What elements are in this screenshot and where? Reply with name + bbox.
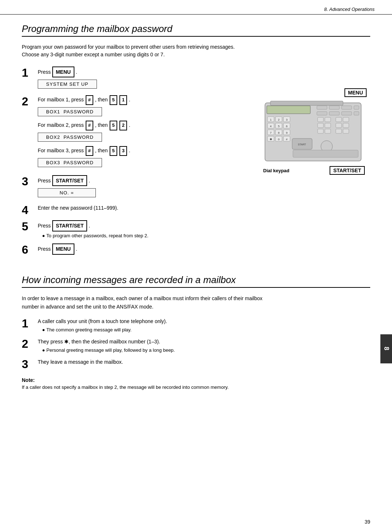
svg-text:3: 3	[286, 118, 288, 121]
svg-rect-6	[354, 106, 359, 109]
svg-rect-38	[325, 123, 331, 128]
step-1-number: 1	[22, 66, 38, 79]
step-6-content: Press MENU .	[38, 243, 247, 255]
key-3-1: 3	[119, 146, 127, 156]
svg-rect-42	[343, 117, 349, 122]
svg-rect-46	[343, 129, 349, 133]
box2-display: BOX2 PASSWORD	[38, 133, 102, 142]
step-6: 6 Press MENU .	[22, 243, 247, 256]
svg-text:9: 9	[286, 131, 288, 134]
section2: How incoming messages are recorded in a …	[22, 274, 370, 391]
svg-rect-43	[336, 123, 342, 128]
svg-text:✱: ✱	[270, 138, 272, 141]
box3-display: BOX3 PASSWORD	[38, 158, 102, 167]
step-6-number: 6	[22, 243, 38, 256]
note-section: Note: If a caller does not specify a mai…	[22, 377, 370, 391]
step-5-number: 5	[22, 220, 38, 233]
svg-rect-4	[329, 106, 339, 109]
step-2: 2 For mailbox 1, press # , then 5 1 . BO…	[22, 95, 247, 171]
svg-text:5: 5	[278, 125, 280, 128]
startset-label-diagram: START/SET	[330, 166, 365, 175]
device-labels: Dial keypad START/SET	[263, 166, 365, 175]
section2-step-1: 1 A caller calls your unit (from a touch…	[22, 317, 370, 334]
step-2-mailbox2: For mailbox 2, press # , then 5 2 . BOX2…	[38, 121, 247, 145]
svg-rect-40	[325, 129, 331, 133]
section2-step-3-number: 3	[22, 358, 38, 371]
startset-key-1: START/SET	[52, 175, 87, 186]
step-1-display: SYSTEM SET UP	[38, 80, 97, 89]
key-5-1: 5	[110, 95, 117, 105]
section1-intro: Program your own password for your mailb…	[22, 43, 370, 59]
svg-rect-10	[354, 112, 359, 115]
step-4: 4 Enter the new password (111–999).	[22, 204, 247, 217]
svg-rect-9	[342, 112, 352, 115]
svg-rect-36	[325, 117, 331, 122]
section2-step-2-number: 2	[22, 338, 38, 350]
hash-key-2: #	[86, 121, 93, 130]
dial-keypad-label: Dial keypad	[263, 168, 289, 173]
svg-rect-5	[342, 106, 352, 109]
key-5-2: 5	[110, 121, 117, 130]
startset-key-2: START/SET	[52, 220, 87, 231]
step-1-content: Press MENU . SYSTEM SET UP	[38, 66, 247, 92]
box1-display: BOX1 PASSWORD	[38, 107, 102, 116]
section2-title: How incoming messages are recorded in a …	[22, 274, 370, 288]
fax-device-diagram: 1 2 3 4 5 6 7 8	[263, 99, 365, 165]
svg-rect-44	[343, 123, 349, 128]
section2-step-1-number: 1	[22, 317, 38, 330]
hash-key-1: #	[86, 95, 93, 105]
step-5-content: Press START/SET . To program other passw…	[38, 220, 247, 240]
menu-label-diagram: MENU	[344, 88, 367, 97]
svg-text:0: 0	[278, 138, 280, 141]
step-5-bullet: To program other passwords, repeat from …	[42, 232, 247, 239]
key-2-1: 2	[119, 121, 127, 130]
chapter-tab: 8	[380, 334, 392, 363]
step-2-number: 2	[22, 95, 38, 108]
svg-text:7: 7	[270, 131, 272, 134]
section2-step-1-content: A caller calls your unit (from a touch t…	[38, 317, 370, 334]
fax-svg: 1 2 3 4 5 6 7 8	[263, 99, 365, 165]
menu-key-2: MENU	[52, 243, 74, 254]
page-number: 39	[364, 519, 370, 525]
step-3-content: Press START/SET . NO. =	[38, 175, 247, 200]
svg-rect-37	[318, 123, 323, 128]
step-3-number: 3	[22, 175, 38, 188]
step-2-mailbox1: For mailbox 1, press # , then 5 1 . BOX1…	[38, 95, 247, 119]
step-1-line: Press MENU .	[38, 66, 247, 77]
svg-rect-8	[329, 112, 339, 115]
svg-rect-35	[318, 117, 323, 122]
step-4-content: Enter the new password (111–999).	[38, 204, 247, 213]
menu-key-1: MENU	[52, 66, 74, 77]
svg-text:#: #	[286, 138, 288, 141]
steps-left: 1 Press MENU . SYSTEM SET UP 2 For	[22, 66, 247, 260]
svg-rect-7	[317, 112, 327, 115]
key-5-3: 5	[110, 146, 117, 156]
page-content: Programming the mailbox password Program…	[0, 15, 392, 402]
section2-step-2-content: They press ✱, then the desired mailbox n…	[38, 338, 370, 354]
svg-text:8: 8	[278, 131, 280, 134]
svg-text:START: START	[298, 143, 306, 146]
svg-rect-50	[293, 150, 358, 157]
svg-rect-2	[267, 106, 310, 114]
section2-step-1-bullet: The common greeting message will play.	[42, 326, 370, 334]
svg-text:4: 4	[270, 125, 272, 128]
step-5: 5 Press START/SET . To program other pas…	[22, 220, 247, 240]
step-3: 3 Press START/SET . NO. =	[22, 175, 247, 200]
page-header: 8. Advanced Operations	[0, 0, 392, 15]
svg-rect-1	[270, 101, 343, 105]
svg-rect-39	[318, 129, 323, 133]
section2-step-3: 3 They leave a message in the mailbox.	[22, 358, 370, 371]
step-2-mailbox3: For mailbox 3, press # , then 5 3 . BOX3…	[38, 146, 247, 170]
step-3-display: NO. =	[38, 188, 96, 197]
steps-area: 1 Press MENU . SYSTEM SET UP 2 For	[22, 66, 370, 260]
svg-rect-41	[336, 117, 342, 122]
svg-text:1: 1	[270, 118, 272, 121]
note-title: Note:	[22, 377, 370, 383]
step-2-content: For mailbox 1, press # , then 5 1 . BOX1…	[38, 95, 247, 171]
svg-rect-3	[317, 106, 327, 109]
section2-intro: In order to leave a message in a mailbox…	[22, 294, 370, 311]
key-1-1: 1	[119, 95, 127, 105]
device-diagram-area: MENU	[258, 66, 370, 260]
section2-step-2-bullet: Personal greeting message will play, fol…	[42, 347, 370, 354]
chapter-title: 8. Advanced Operations	[324, 7, 375, 12]
